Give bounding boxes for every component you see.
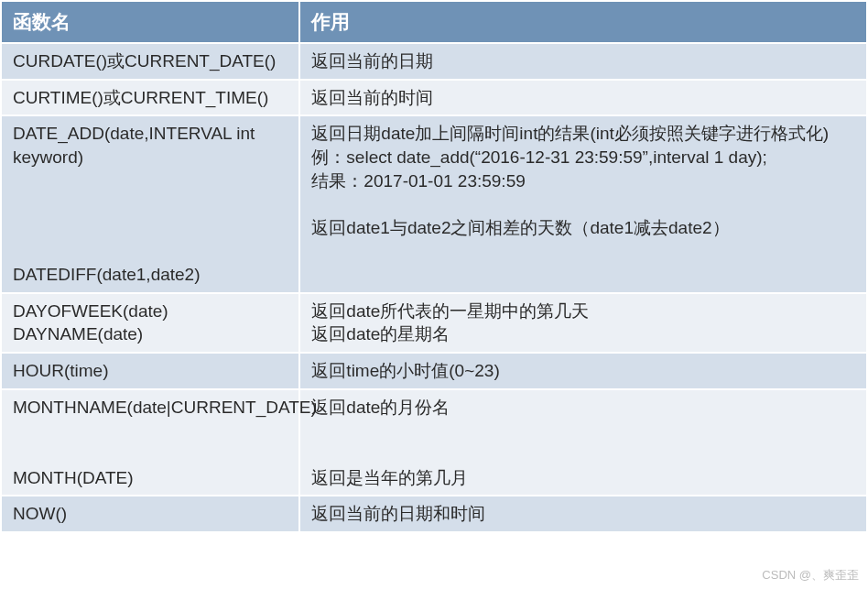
cell-function: DAYOFWEEK(date) DAYNAME(date) — [1, 293, 299, 353]
functions-table: 函数名 作用 CURDATE()或CURRENT_DATE() 返回当前的日期 … — [0, 0, 868, 533]
cell-description: 返回日期date加上间隔时间int的结果(int必须按照关键字进行格式化) 例：… — [299, 115, 867, 292]
cell-function: DATE_ADD(date,INTERVAL int keyword) DATE… — [1, 115, 299, 292]
cell-description: 返回time的小时值(0~23) — [299, 353, 867, 389]
cell-description: 返回date的月份名 返回是当年的第几月 — [299, 389, 867, 496]
table-row: CURDATE()或CURRENT_DATE() 返回当前的日期 — [1, 43, 867, 80]
cell-function: MONTHNAME(date|CURRENT_DATE) MONTH(DATE) — [1, 389, 299, 496]
table-row: CURTIME()或CURRENT_TIME() 返回当前的时间 — [1, 80, 867, 116]
table-header-row: 函数名 作用 — [1, 1, 867, 43]
table-row: MONTHNAME(date|CURRENT_DATE) MONTH(DATE)… — [1, 389, 867, 496]
cell-function: HOUR(time) — [1, 353, 299, 389]
table-row: HOUR(time) 返回time的小时值(0~23) — [1, 353, 867, 389]
table-row: DAYOFWEEK(date) DAYNAME(date) 返回date所代表的… — [1, 293, 867, 353]
header-function-name: 函数名 — [1, 1, 299, 43]
cell-description: 返回当前的日期和时间 — [299, 496, 867, 532]
watermark-text: CSDN @、爽歪歪 — [762, 567, 859, 584]
cell-description: 返回date所代表的一星期中的第几天 返回date的星期名 — [299, 293, 867, 353]
table-row: DATE_ADD(date,INTERVAL int keyword) DATE… — [1, 115, 867, 292]
header-effect: 作用 — [299, 1, 867, 43]
cell-description: 返回当前的时间 — [299, 80, 867, 116]
cell-function: CURTIME()或CURRENT_TIME() — [1, 80, 299, 116]
cell-description: 返回当前的日期 — [299, 43, 867, 80]
cell-function: NOW() — [1, 496, 299, 532]
table-row: NOW() 返回当前的日期和时间 — [1, 496, 867, 532]
cell-function: CURDATE()或CURRENT_DATE() — [1, 43, 299, 80]
